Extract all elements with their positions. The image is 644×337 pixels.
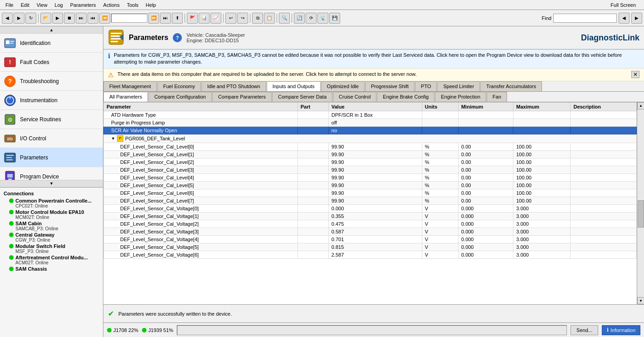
tab-pto[interactable]: PTO: [415, 81, 437, 91]
table-row[interactable]: DEF_Level_Sensor_Cal_Voltage[5] 0.815 V …: [104, 243, 637, 251]
toolbar-back2[interactable]: ⏪: [99, 13, 110, 24]
tab-fan[interactable]: Fan: [487, 92, 507, 102]
sidebar-item-instrumentation[interactable]: Instrumentation: [0, 91, 103, 110]
connection-sam-chassis[interactable]: SAM Chassis: [0, 266, 103, 272]
tab-compare-configuration[interactable]: Compare Configuration: [148, 92, 212, 102]
sidebar-scroll-down[interactable]: ▼: [0, 180, 103, 187]
connection-mcm[interactable]: Motor Control Module EPA10 MCM02T: Onlin…: [0, 209, 103, 220]
toolbar-forward[interactable]: ▶: [14, 13, 24, 24]
table-row[interactable]: DEF_Level_Sensor_Cal_Voltage[3] 0.587 V …: [104, 228, 637, 235]
bottom-input[interactable]: [177, 325, 567, 335]
toolbar-fwd2[interactable]: ⏩: [148, 13, 159, 24]
tab-inputs-outputs[interactable]: Inputs and Outputs: [267, 81, 321, 91]
scroll-down-btn[interactable]: ▼: [637, 297, 644, 304]
table-row[interactable]: DEF_Level_Sensor_Cal_Voltage[6] 2.587 V …: [104, 251, 637, 258]
tab-engine-brake-config[interactable]: Engine Brake Config: [377, 92, 434, 102]
toolbar-step[interactable]: ⏭: [76, 13, 87, 24]
info-yellow-close[interactable]: ✕: [631, 71, 639, 78]
toolbar-input[interactable]: [111, 14, 147, 23]
tab-compare-server-data[interactable]: Compare Server Data: [272, 92, 332, 102]
sidebar-item-parameters[interactable]: Parameters: [0, 148, 103, 167]
toolbar-play[interactable]: ▶: [52, 13, 63, 24]
toolbar-comm4[interactable]: 💾: [329, 13, 340, 24]
connection-msf[interactable]: Modular Switch Field MSF_P3: Online: [0, 243, 103, 254]
sidebar-scroll-up[interactable]: ▲: [0, 26, 103, 34]
toolbar-comm2[interactable]: ⟳: [306, 13, 317, 24]
tab-speed-limiter[interactable]: Speed Limiter: [437, 81, 480, 91]
menu-log[interactable]: Log: [51, 1, 66, 9]
table-row[interactable]: ▼ P PGR006_DEF_Tank_Level: [104, 134, 637, 143]
table-row[interactable]: DEF_Level_Sensor_Cal_Level[4] 99.90 % 0.…: [104, 173, 637, 181]
menu-help[interactable]: Help: [142, 1, 160, 9]
find-input[interactable]: [553, 14, 617, 23]
tab-optimized-idle[interactable]: Optimized Idle: [321, 81, 365, 91]
connection-cgw[interactable]: Central Gateway CGW_P3: Online: [0, 232, 103, 243]
connection-sam-cabin[interactable]: SAM Cabin SAMCAB_P3: Online: [0, 220, 103, 232]
sidebar-item-fault-codes[interactable]: ! Fault Codes: [0, 53, 103, 72]
menu-edit[interactable]: Edit: [17, 1, 33, 9]
tab-compare-parameters[interactable]: Compare Parameters: [212, 92, 272, 102]
toolbar-end[interactable]: ⏭: [160, 13, 171, 24]
table-row[interactable]: DEF_Level_Sensor_Cal_Voltage[4] 0.701 V …: [104, 235, 637, 243]
information-button[interactable]: ℹ Information: [602, 325, 640, 335]
toolbar-comm1[interactable]: 🔄: [294, 13, 305, 24]
menu-actions[interactable]: Actions: [100, 1, 123, 9]
sidebar-item-program-device[interactable]: Program Device: [0, 167, 103, 180]
connection-cpc[interactable]: Common Powertrain Controlle... CPC02T: O…: [0, 198, 103, 209]
table-row[interactable]: Purge in Progress Lamp off: [104, 119, 637, 126]
table-row[interactable]: DEF_Level_Sensor_Cal_Voltage[0] 0.000 V …: [104, 204, 637, 212]
toolbar-paste[interactable]: 📋: [264, 13, 275, 24]
toolbar-prev[interactable]: ⏮: [88, 13, 98, 24]
toolbar-flag[interactable]: 🚩: [187, 13, 198, 24]
table-row[interactable]: DEF_Level_Sensor_Cal_Level[1] 99.90 % 0.…: [104, 150, 637, 158]
toolbar-comm3[interactable]: 📡: [317, 13, 328, 24]
table-row[interactable]: DEF_Level_Sensor_Cal_Level[5] 99.90 % 0.…: [104, 181, 637, 189]
toolbar-back[interactable]: ◀: [2, 13, 13, 24]
fullscreen-button[interactable]: Full Screen: [608, 1, 639, 9]
menu-file[interactable]: File: [2, 1, 17, 9]
help-button[interactable]: ?: [173, 33, 182, 42]
sidebar-item-io-control[interactable]: I/O I/O Control: [0, 129, 103, 148]
toolbar-chart[interactable]: 📈: [210, 13, 221, 24]
table-row[interactable]: DEF_Level_Sensor_Cal_Voltage[1] 0.355 V …: [104, 212, 637, 220]
tab-engine-protection[interactable]: Engine Protection: [435, 92, 486, 102]
sidebar-item-identification[interactable]: Identification: [0, 34, 103, 53]
cell-value[interactable]: no: [328, 126, 422, 134]
tab-transfer-accumulators[interactable]: Transfer Accumulators: [480, 81, 542, 91]
tab-progressive-shift[interactable]: Progressive Shift: [365, 81, 415, 91]
table-row[interactable]: DEF_Level_Sensor_Cal_Level[7] 99.90 % 0.…: [104, 197, 637, 204]
table-row[interactable]: ATD Hardware Type DPF/SCR in 1 Box: [104, 111, 637, 119]
toolbar-filter[interactable]: 🔍: [279, 13, 290, 24]
sidebar-item-service-routines[interactable]: ⚙ Service Routines: [0, 110, 103, 129]
menu-parameters[interactable]: Parameters: [67, 1, 100, 9]
toolbar-open[interactable]: 📂: [40, 13, 51, 24]
menu-tools[interactable]: Tools: [123, 1, 142, 9]
toolbar-up[interactable]: ⬆: [172, 13, 183, 24]
scroll-up-btn[interactable]: ▲: [637, 102, 644, 109]
tab-all-parameters[interactable]: All Parameters: [103, 92, 148, 102]
table-row[interactable]: DEF_Level_Sensor_Cal_Level[2] 99.90 % 0.…: [104, 158, 637, 166]
table-row[interactable]: DEF_Level_Sensor_Cal_Level[0] 99.90 % 0.…: [104, 143, 637, 150]
info-bar-blue[interactable]: ℹ Parameters for CGW_P3, MSF_P3, SAMCAB_…: [103, 50, 644, 69]
info-bar-yellow[interactable]: ⚠ There are data items on this computer …: [103, 69, 644, 81]
send-button[interactable]: Send...: [571, 325, 598, 335]
find-prev-icon[interactable]: ◀: [619, 13, 629, 24]
find-next-icon[interactable]: ▶: [631, 13, 642, 24]
expand-icon[interactable]: ▼: [111, 136, 115, 141]
table-row[interactable]: DEF_Level_Sensor_Cal_Level[6] 99.90 % 0.…: [104, 189, 637, 197]
toolbar-stop[interactable]: ⏹: [64, 13, 75, 24]
table-row[interactable]: DEF_Level_Sensor_Cal_Voltage[2] 0.475 V …: [104, 220, 637, 228]
toolbar-copy[interactable]: ⧉: [252, 13, 263, 24]
connection-acm[interactable]: Aftertreatment Control Modu... ACM02T: O…: [0, 254, 103, 266]
toolbar-monitor[interactable]: 📊: [199, 13, 210, 24]
table-row[interactable]: SCR Air Valve Normally Open no: [104, 126, 637, 134]
toolbar-undo[interactable]: ↩: [225, 13, 236, 24]
tab-fleet-management[interactable]: Fleet Management: [103, 81, 157, 91]
toolbar-redo[interactable]: ↪: [237, 13, 248, 24]
menu-view[interactable]: View: [33, 1, 51, 9]
table-row[interactable]: DEF_Level_Sensor_Cal_Level[3] 99.90 % 0.…: [104, 166, 637, 173]
scroll-thumb[interactable]: [638, 200, 644, 228]
sidebar-item-troubleshooting[interactable]: ? Troubleshooting: [0, 72, 103, 91]
tab-fuel-economy[interactable]: Fuel Economy: [157, 81, 201, 91]
toolbar-refresh[interactable]: ↻: [25, 13, 36, 24]
